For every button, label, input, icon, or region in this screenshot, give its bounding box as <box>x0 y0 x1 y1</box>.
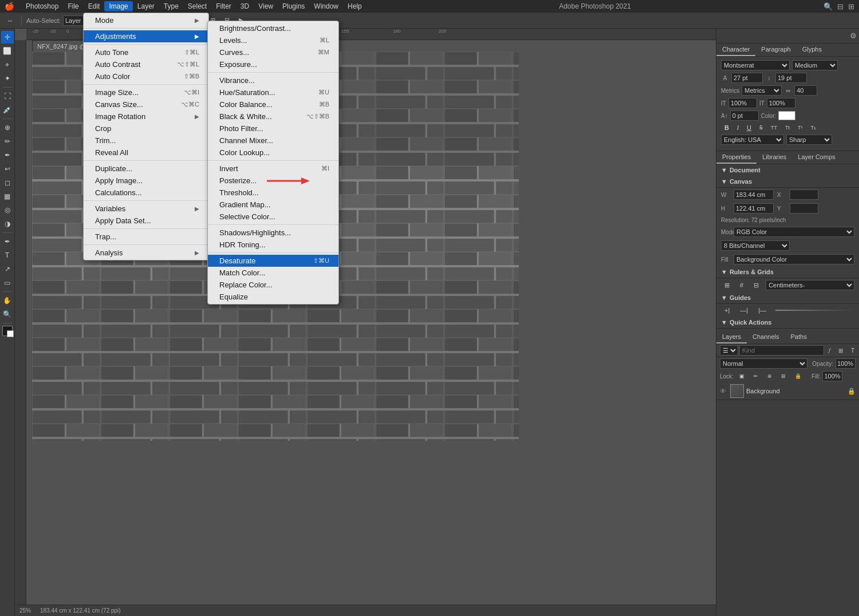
magic-wand-tool[interactable]: ✦ <box>1 72 14 85</box>
color-swatch[interactable] <box>778 111 795 120</box>
rulers-section-header[interactable]: ▼ Rulers & Grids <box>716 266 859 278</box>
type-tool[interactable]: T <box>1 249 14 262</box>
lock-all-btn[interactable]: 🔒 <box>791 372 805 380</box>
y-input[interactable] <box>790 203 818 214</box>
menu-image[interactable]: Image <box>104 1 132 11</box>
menu-filter[interactable]: Filter <box>211 1 236 11</box>
eyedropper-tool[interactable]: 💉 <box>1 104 14 116</box>
menu-window[interactable]: Window <box>309 1 343 11</box>
eraser-tool[interactable]: ◻ <box>1 176 14 189</box>
rulers-icon-2[interactable]: # <box>736 281 747 290</box>
menu-adjustments[interactable]: Adjustments ▶ <box>84 30 208 42</box>
rulers-icon-1[interactable]: ⊞ <box>721 281 733 290</box>
baseline-input[interactable] <box>730 110 759 121</box>
menu-trim[interactable]: Trim... <box>84 135 208 147</box>
menu-select[interactable]: Select <box>183 1 211 11</box>
tab-properties[interactable]: Properties <box>716 151 756 164</box>
font-size-input[interactable] <box>731 73 763 83</box>
zoom-tool[interactable]: 🔍 <box>1 308 14 321</box>
doc-expand-icon[interactable]: ▼ <box>721 167 727 173</box>
history-brush-tool[interactable]: ↩ <box>1 163 14 175</box>
menu-view[interactable]: View <box>254 1 278 11</box>
gradient-tool[interactable]: ▦ <box>1 190 14 203</box>
layers-icon-1[interactable]: 𝑓 <box>825 346 834 355</box>
height-input[interactable] <box>734 203 774 214</box>
menu-file[interactable]: File <box>63 1 83 11</box>
strikethrough-btn[interactable]: S̶ <box>756 124 766 132</box>
menu-apply-data-set[interactable]: Apply Data Set... <box>84 215 208 227</box>
menu-channel-mixer[interactable]: Channel Mixer... <box>208 135 338 147</box>
language-select[interactable]: English: USA <box>721 135 784 145</box>
dodge-tool[interactable]: ◑ <box>1 218 14 230</box>
menu-image-rotation[interactable]: Image Rotation ▶ <box>84 110 208 123</box>
foreground-color[interactable] <box>2 326 13 336</box>
font-weight-select[interactable]: Medium <box>792 60 838 70</box>
crop-tool[interactable]: ⛶ <box>1 90 14 102</box>
menu-replace-color[interactable]: Replace Color... <box>208 279 338 291</box>
canvas-section-header[interactable]: ▼ Canvas <box>716 176 859 188</box>
move-tool[interactable]: ✛ <box>1 31 14 44</box>
menu-threshold[interactable]: Threshold... <box>208 187 338 199</box>
menu-3d[interactable]: 3D <box>236 1 254 11</box>
menu-hue-saturation[interactable]: Hue/Saturation... ⌘U <box>208 86 338 98</box>
menu-plugins[interactable]: Plugins <box>278 1 309 11</box>
subscript-btn[interactable]: T₁ <box>807 124 819 132</box>
menu-selective-color[interactable]: Selective Color... <box>208 211 338 223</box>
path-select-tool[interactable]: ↗ <box>1 263 14 275</box>
tracking-input[interactable] <box>794 85 817 96</box>
tab-channels[interactable]: Channels <box>747 331 785 343</box>
shape-tool[interactable]: ▭ <box>1 277 14 289</box>
guide-vert-btn[interactable]: |— <box>755 306 770 315</box>
lock-artboard-btn[interactable]: ⊞ <box>778 372 789 380</box>
menu-auto-tone[interactable]: Auto Tone ⇧⌘L <box>84 46 208 58</box>
minimize-icon[interactable]: ⊟ <box>837 2 844 11</box>
layers-filter-select[interactable]: ☰ <box>720 345 738 356</box>
bold-btn[interactable]: B <box>721 123 732 132</box>
layers-icon-3[interactable]: T <box>848 346 858 355</box>
line-height-input[interactable] <box>775 73 807 83</box>
tab-glyphs[interactable]: Glyphs <box>797 44 828 56</box>
superscript-btn[interactable]: T¹ <box>794 124 806 132</box>
lock-image-btn[interactable]: ✏ <box>750 372 762 380</box>
menu-hdr-toning[interactable]: HDR Toning... <box>208 239 338 251</box>
menu-curves[interactable]: Curves... ⌘M <box>208 46 338 58</box>
layer-visibility-icon[interactable]: 👁 <box>720 388 728 394</box>
rect-select-tool[interactable]: ⬜ <box>1 45 14 57</box>
rulers-icon-3[interactable]: ⊟ <box>750 281 762 290</box>
menu-color-lookup[interactable]: Color Lookup... <box>208 147 338 159</box>
kerning-select[interactable]: Metrics <box>742 85 782 96</box>
menu-crop[interactable]: Crop <box>84 123 208 135</box>
fill-input[interactable] <box>822 371 842 381</box>
menu-equalize[interactable]: Equalize <box>208 291 338 303</box>
width-input[interactable] <box>734 189 774 200</box>
panel-gear-btn[interactable]: ⚙ <box>850 31 857 40</box>
vscale-input[interactable] <box>728 98 757 108</box>
hand-tool[interactable]: ✋ <box>1 294 14 307</box>
maximize-icon[interactable]: ⊞ <box>848 2 854 11</box>
menu-edit[interactable]: Edit <box>84 1 105 11</box>
menu-color-balance[interactable]: Color Balance... ⌘B <box>208 98 338 110</box>
menu-variables[interactable]: Variables ▶ <box>84 203 208 215</box>
opacity-input[interactable] <box>836 358 856 369</box>
menu-help[interactable]: Help <box>343 1 367 11</box>
tab-paths[interactable]: Paths <box>785 331 813 343</box>
healing-brush-tool[interactable]: ⊕ <box>1 121 14 134</box>
layer-background[interactable]: 👁 Background 🔒 <box>716 382 859 400</box>
tab-layers[interactable]: Layers <box>716 331 747 343</box>
bits-select[interactable]: 8 Bits/Channel <box>721 240 790 251</box>
clone-stamp-tool[interactable]: ✒ <box>1 149 14 161</box>
menu-desaturate[interactable]: Desaturate ⇧⌘U <box>208 255 338 267</box>
lock-transparency-btn[interactable]: ▣ <box>736 372 748 380</box>
layers-search[interactable] <box>739 345 824 356</box>
underline-btn[interactable]: U <box>743 123 755 132</box>
menu-black-white[interactable]: Black & White... ⌥⇧⌘B <box>208 110 338 123</box>
italic-btn[interactable]: I <box>734 123 742 132</box>
move-tool-btn[interactable]: ↔ <box>3 16 17 25</box>
hscale-input[interactable] <box>767 98 795 108</box>
quick-actions-header[interactable]: ▼ Quick Actions <box>716 317 859 329</box>
menu-photo-filter[interactable]: Photo Filter... <box>208 123 338 135</box>
pen-tool[interactable]: ✒ <box>1 235 14 248</box>
menu-layer[interactable]: Layer <box>133 1 159 11</box>
menu-duplicate[interactable]: Duplicate... <box>84 163 208 175</box>
font-family-select[interactable]: Montserrat <box>721 60 790 70</box>
